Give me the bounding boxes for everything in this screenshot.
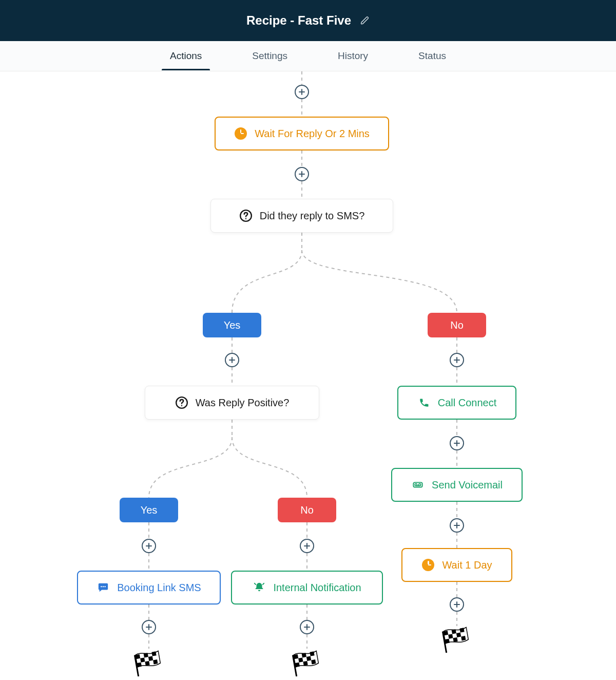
svg-rect-39 bbox=[140, 657, 145, 662]
voicemail-icon bbox=[411, 478, 425, 492]
node-label: Wait For Reply Or 2 Mins bbox=[255, 128, 370, 140]
finish-flag-icon bbox=[132, 650, 165, 676]
svg-rect-55 bbox=[452, 629, 456, 634]
svg-rect-38 bbox=[151, 651, 156, 656]
svg-point-25 bbox=[245, 218, 246, 219]
svg-rect-41 bbox=[137, 663, 142, 667]
add-step-button[interactable] bbox=[450, 597, 464, 612]
branch-no[interactable]: No bbox=[278, 498, 336, 522]
sms-icon bbox=[97, 581, 110, 594]
send-voicemail-node[interactable]: Send Voicemail bbox=[391, 468, 523, 502]
svg-rect-50 bbox=[295, 663, 300, 667]
svg-rect-36 bbox=[136, 654, 140, 659]
add-step-button[interactable] bbox=[142, 620, 156, 634]
svg-rect-52 bbox=[311, 659, 316, 664]
finish-flag-icon bbox=[291, 650, 323, 676]
svg-rect-54 bbox=[444, 631, 448, 635]
node-label: Call Connect bbox=[438, 397, 497, 409]
svg-point-27 bbox=[181, 405, 182, 406]
branch-yes[interactable]: Yes bbox=[203, 313, 261, 337]
svg-rect-56 bbox=[459, 628, 464, 632]
page-header: Recipe - Fast Five bbox=[0, 0, 616, 41]
finish-flag-icon bbox=[440, 626, 473, 653]
svg-rect-42 bbox=[145, 661, 149, 666]
tab-status[interactable]: Status bbox=[416, 42, 448, 70]
svg-rect-59 bbox=[445, 639, 450, 644]
svg-rect-61 bbox=[461, 636, 466, 640]
clock-icon bbox=[234, 127, 247, 140]
tab-settings[interactable]: Settings bbox=[250, 42, 290, 70]
add-step-button[interactable] bbox=[142, 539, 156, 553]
svg-point-34 bbox=[105, 586, 106, 587]
call-connect-node[interactable]: Call Connect bbox=[397, 386, 516, 420]
node-label: Send Voicemail bbox=[432, 479, 503, 491]
node-label: Internal Notification bbox=[273, 582, 361, 594]
decision-node[interactable]: Was Reply Positive? bbox=[145, 386, 319, 420]
svg-rect-57 bbox=[448, 634, 453, 638]
booking-link-sms-node[interactable]: Booking Link SMS bbox=[77, 571, 221, 605]
svg-rect-60 bbox=[453, 637, 457, 642]
svg-rect-58 bbox=[456, 633, 461, 637]
add-step-button[interactable] bbox=[450, 436, 464, 450]
bell-icon bbox=[253, 581, 266, 594]
add-step-button[interactable] bbox=[295, 85, 309, 99]
clock-icon bbox=[421, 558, 435, 572]
add-step-button[interactable] bbox=[450, 518, 464, 533]
node-label: Was Reply Positive? bbox=[196, 397, 290, 409]
tab-history[interactable]: History bbox=[336, 42, 370, 70]
svg-point-33 bbox=[103, 586, 104, 587]
question-icon bbox=[175, 396, 188, 409]
branch-yes[interactable]: Yes bbox=[120, 498, 178, 522]
add-step-button[interactable] bbox=[295, 167, 309, 181]
svg-rect-43 bbox=[153, 659, 158, 664]
svg-rect-51 bbox=[303, 661, 307, 666]
page-title: Recipe - Fast Five bbox=[246, 13, 351, 28]
add-step-button[interactable] bbox=[300, 620, 314, 634]
branch-no[interactable]: No bbox=[428, 313, 486, 337]
internal-notification-node[interactable]: Internal Notification bbox=[231, 571, 383, 605]
node-label: Booking Link SMS bbox=[117, 582, 201, 594]
svg-rect-48 bbox=[298, 657, 303, 662]
svg-rect-47 bbox=[310, 651, 314, 656]
svg-rect-49 bbox=[306, 656, 311, 661]
tab-actions[interactable]: Actions bbox=[168, 42, 204, 70]
node-label: Did they reply to SMS? bbox=[260, 210, 365, 222]
question-icon bbox=[239, 209, 253, 222]
add-step-button[interactable] bbox=[225, 353, 239, 367]
phone-icon bbox=[417, 396, 431, 409]
tab-bar: Actions Settings History Status bbox=[0, 41, 616, 71]
node-label: Wait 1 Day bbox=[442, 559, 492, 571]
svg-rect-46 bbox=[302, 653, 306, 657]
wait-node[interactable]: Wait 1 Day bbox=[401, 548, 512, 582]
workflow-canvas: .dash { stroke: #b8b8b8; stroke-width: 2… bbox=[0, 71, 616, 680]
edit-title-icon[interactable] bbox=[360, 16, 370, 25]
svg-rect-37 bbox=[144, 653, 148, 657]
decision-node[interactable]: Did they reply to SMS? bbox=[210, 199, 393, 233]
add-step-button[interactable] bbox=[300, 539, 314, 553]
svg-rect-40 bbox=[148, 656, 153, 661]
svg-rect-45 bbox=[294, 654, 298, 659]
add-step-button[interactable] bbox=[450, 353, 464, 367]
svg-point-32 bbox=[101, 586, 102, 587]
wait-node[interactable]: Wait For Reply Or 2 Mins bbox=[215, 117, 389, 150]
